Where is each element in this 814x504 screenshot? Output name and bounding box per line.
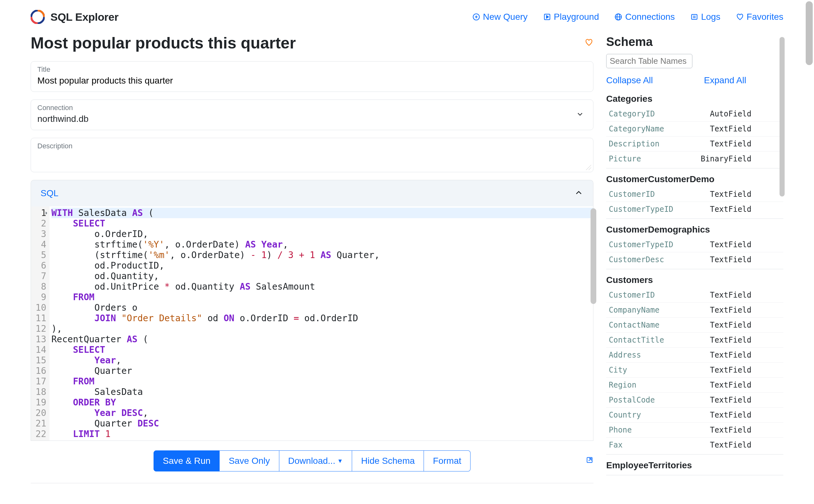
schema-column-type: BinaryField [701,154,751,163]
schema-column-name: ContactTitle [609,336,664,345]
svg-line-15 [589,458,591,461]
schema-column-name: Region [609,381,637,389]
title-label: Title [37,65,587,74]
schema-panel: Schema Collapse All Expand All Categorie… [606,34,783,483]
schema-column-name: CustomerID [609,291,655,300]
schema-column-row[interactable]: CategoryIDAutoField [606,107,783,122]
schema-column-type: TextField [710,336,751,345]
schema-table: CustomersCustomerIDTextFieldCompanyNameT… [606,275,783,455]
schema-column-type: TextField [710,426,751,434]
editor-scrollbar-thumb[interactable] [591,208,596,304]
description-field[interactable]: Description [31,138,594,172]
editor-code[interactable]: WITH SalesData AS ( SELECT o.OrderID, st… [49,206,593,441]
nav-connections-label: Connections [625,12,675,22]
connection-label: Connection [37,104,587,112]
schema-column-name: ContactName [609,321,660,330]
schema-table-name[interactable]: CustomerDemographics [606,225,783,235]
schema-column-row[interactable]: AddressTextField [606,348,783,363]
schema-column-row[interactable]: RegionTextField [606,378,783,393]
schema-table: CustomerDemographicsCustomerTypeIDTextFi… [606,225,783,269]
sql-section-label: SQL [41,188,58,198]
schema-column-name: CategoryID [609,109,655,118]
editor-gutter: 12345678910111213141516171819202122 [31,206,49,441]
chevron-up-icon [574,188,584,199]
schema-column-type: TextField [710,124,751,133]
resize-handle-icon[interactable] [585,164,591,170]
schema-column-row[interactable]: FaxTextField [606,438,783,452]
schema-search-input[interactable] [606,54,692,68]
nav-playground[interactable]: Playground [543,12,599,22]
save-run-label: Save & Run [163,456,210,466]
schema-column-row[interactable]: DescriptionTextField [606,137,783,152]
download-button[interactable]: Download...▼ [279,450,352,471]
nav-new-query[interactable]: New Query [472,12,528,22]
save-only-label: Save Only [228,456,270,466]
schema-column-row[interactable]: CustomerTypeIDTextField [606,237,783,252]
schema-column-type: TextField [710,381,751,389]
schema-column-name: Country [609,411,641,419]
sql-editor[interactable]: 12345678910111213141516171819202122 WITH… [31,206,594,441]
schema-column-type: TextField [710,291,751,300]
schema-column-row[interactable]: PictureBinaryField [606,152,783,166]
svg-rect-9 [691,14,697,19]
schema-column-type: TextField [710,441,751,449]
save-only-button[interactable]: Save Only [220,450,279,471]
nav-favorites[interactable]: Favorites [736,12,783,22]
caret-down-icon: ▼ [337,458,343,464]
page-scrollbar[interactable] [804,0,814,504]
schema-column-row[interactable]: CustomerIDTextField [606,187,783,202]
favorite-toggle[interactable] [585,38,594,48]
schema-column-row[interactable]: CountryTextField [606,408,783,423]
schema-column-type: TextField [710,411,751,419]
brand: SQL Explorer [31,10,118,24]
brand-logo-icon [31,10,45,24]
svg-marker-5 [547,16,549,19]
schema-column-row[interactable]: CityTextField [606,363,783,378]
page-title: Most popular products this quarter [31,34,296,52]
sql-section-header[interactable]: SQL [31,180,594,206]
schema-column-row[interactable]: CustomerTypeIDTextField [606,202,783,217]
schema-column-name: Phone [609,426,632,434]
expand-all-link[interactable]: Expand All [704,75,746,85]
schema-table: EmployeeTerritories [606,460,783,475]
schema-column-row[interactable]: PostalCodeTextField [606,393,783,408]
collapse-all-link[interactable]: Collapse All [606,75,653,85]
schema-column-row[interactable]: PhoneTextField [606,423,783,438]
hide-schema-button[interactable]: Hide Schema [352,450,424,471]
schema-column-row[interactable]: ContactNameTextField [606,318,783,333]
schema-column-row[interactable]: CompanyNameTextField [606,303,783,318]
connection-field[interactable]: Connection northwind.db [31,100,594,130]
schema-table-name[interactable]: CustomerCustomerDemo [606,174,783,184]
schema-column-type: TextField [710,205,751,214]
schema-table-name[interactable]: Customers [606,275,783,285]
schema-title: Schema [606,35,783,49]
schema-column-name: CustomerTypeID [609,240,673,249]
save-run-button[interactable]: Save & Run [153,450,220,471]
page-scrollbar-thumb[interactable] [806,1,813,65]
schema-column-name: CustomerTypeID [609,205,673,214]
schema-column-row[interactable]: CustomerIDTextField [606,288,783,303]
schema-column-row[interactable]: CategoryNameTextField [606,122,783,137]
title-field[interactable]: Title [31,61,594,92]
schema-column-type: TextField [710,366,751,374]
schema-column-row[interactable]: ContactTitleTextField [606,333,783,348]
schema-column-type: TextField [710,255,751,264]
nav-playground-label: Playground [554,12,599,22]
schema-table: CustomerCustomerDemoCustomerIDTextFieldC… [606,174,783,219]
schema-table: CategoriesCategoryIDAutoFieldCategoryNam… [606,94,783,168]
title-input[interactable] [37,76,587,86]
fullscreen-button[interactable] [586,456,594,465]
schema-column-type: TextField [710,351,751,359]
schema-table-name[interactable]: EmployeeTerritories [606,460,783,471]
nav-connections[interactable]: Connections [614,12,675,22]
schema-column-type: TextField [710,139,751,148]
top-nav: SQL Explorer New Query Playground Connec… [31,0,783,34]
schema-table-name[interactable]: Categories [606,94,783,104]
schema-column-name: CustomerID [609,190,655,199]
format-button[interactable]: Format [424,450,471,471]
nav-logs[interactable]: Logs [690,12,721,22]
schema-column-row[interactable]: CustomerDescTextField [606,252,783,267]
schema-column-name: Address [609,351,641,359]
schema-scrollbar-thumb[interactable] [780,37,785,196]
divider [31,483,594,483]
